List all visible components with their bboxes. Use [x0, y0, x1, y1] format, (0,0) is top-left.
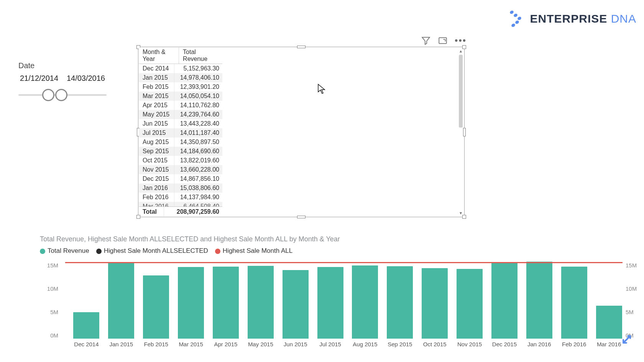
table-visual[interactable]: Month & Year Total Revenue Dec 20145,152… [138, 47, 465, 217]
bar[interactable] [108, 262, 134, 339]
cell-value: 14,867,856.10 [174, 174, 222, 183]
slicer-to[interactable]: 14/03/2016 [67, 74, 105, 83]
legend-item[interactable]: Total Revenue [40, 247, 89, 255]
chart-visual[interactable]: Total Revenue, Highest Sale Month ALLSEL… [40, 235, 630, 257]
bar[interactable] [596, 306, 622, 339]
bar[interactable] [387, 266, 413, 339]
cell-month: Jul 2015 [139, 128, 174, 138]
plot-area [65, 262, 623, 339]
dna-icon [508, 9, 525, 28]
bar[interactable] [422, 268, 448, 339]
cell-month: Dec 2014 [139, 64, 174, 73]
bar[interactable] [143, 275, 169, 339]
table-row[interactable]: Mar 20166,464,508.40 [139, 202, 222, 206]
scroll-up-icon[interactable]: ▴ [460, 49, 462, 53]
table-row[interactable]: Dec 201514,867,856.10 [139, 174, 222, 183]
cell-value: 5,152,963.30 [174, 64, 222, 73]
legend-dot-icon [40, 249, 45, 254]
resize-handle[interactable] [462, 215, 466, 219]
table-row[interactable]: Apr 201514,110,762.80 [139, 101, 222, 110]
cell-month: Jan 2016 [139, 183, 174, 193]
cell-month: May 2015 [139, 110, 174, 119]
svg-point-2 [517, 16, 522, 21]
more-options-icon[interactable]: ••• [455, 35, 467, 46]
cell-value: 14,011,187.40 [174, 128, 222, 138]
y-tick: 5M [38, 309, 58, 315]
scroll-down-icon[interactable]: ▾ [460, 211, 462, 215]
table-total-value: 208,907,259.60 [164, 207, 222, 217]
cell-value: 14,137,984.90 [174, 193, 222, 202]
legend-dot-icon [215, 249, 220, 254]
legend-dot-icon [96, 249, 102, 254]
x-tick: Jan 2016 [523, 341, 556, 347]
slicer-from[interactable]: 21/12/2014 [20, 74, 58, 83]
y-tick: 15M [38, 262, 58, 269]
x-tick: May 2015 [244, 341, 277, 347]
x-tick: Aug 2015 [348, 341, 381, 347]
x-tick: Apr 2015 [209, 341, 242, 347]
x-tick: Dec 2015 [488, 341, 521, 347]
table-row[interactable]: Aug 201514,350,897.50 [139, 138, 222, 147]
cell-value: 13,822,019.60 [174, 156, 222, 165]
table-row[interactable]: Jun 201513,443,228.40 [139, 119, 222, 128]
col-header-month[interactable]: Month & Year [139, 48, 179, 64]
cell-month: Aug 2015 [139, 138, 174, 147]
mouse-cursor-icon [317, 84, 326, 94]
y-tick: 5M [626, 309, 644, 315]
table-row[interactable]: Mar 201514,050,054.10 [139, 92, 222, 101]
x-tick: Nov 2015 [453, 341, 486, 347]
bar[interactable] [248, 266, 274, 339]
table-total-label: Total [139, 207, 164, 217]
col-header-revenue[interactable]: Total Revenue [179, 48, 222, 64]
table-row[interactable]: Jul 201514,011,187.40 [139, 128, 222, 138]
resize-handle[interactable] [463, 128, 466, 136]
cell-value: 14,350,897.50 [174, 138, 222, 147]
bar[interactable] [73, 312, 99, 339]
cell-month: Mar 2015 [139, 92, 174, 101]
bar[interactable] [317, 267, 343, 339]
table-row[interactable]: Nov 201513,660,228.00 [139, 165, 222, 174]
x-tick: Mar 2015 [174, 341, 207, 347]
cell-value: 13,660,228.00 [174, 165, 222, 174]
bar[interactable] [491, 263, 518, 339]
date-slicer[interactable]: Date 21/12/2014 14/03/2016 [18, 61, 107, 103]
cell-value: 14,239,764.60 [174, 110, 222, 119]
table-row[interactable]: Sep 201514,184,690.60 [139, 147, 222, 156]
chart-title: Total Revenue, Highest Sale Month ALLSEL… [40, 235, 630, 243]
slicer-label: Date [18, 61, 107, 70]
cell-value: 15,038,806.60 [174, 183, 222, 193]
y-axis-right: 15M10M5M0M [626, 262, 644, 339]
legend-item[interactable]: Highest Sale Month ALL [215, 247, 292, 255]
slicer-handle-start[interactable] [42, 89, 54, 101]
table-row[interactable]: Oct 201513,822,019.60 [139, 156, 222, 165]
slicer-handle-end[interactable] [55, 89, 67, 101]
x-axis: Dec 2014Jan 2015Feb 2015Mar 2015Apr 2015… [65, 341, 623, 349]
bar[interactable] [526, 262, 552, 339]
bar[interactable] [457, 269, 483, 339]
subscribe-icon[interactable] [621, 331, 636, 347]
table-row[interactable]: Jan 201615,038,806.60 [139, 183, 222, 193]
table-row[interactable]: Dec 20145,152,963.30 [139, 64, 222, 73]
bar[interactable] [561, 267, 587, 339]
scroll-thumb[interactable] [459, 55, 463, 128]
focus-mode-icon[interactable] [438, 36, 448, 46]
brand-text: ENTERPRISE DNA [530, 12, 636, 25]
cell-month: Sep 2015 [139, 147, 174, 156]
table-row[interactable]: Jan 201514,978,406.10 [139, 73, 222, 82]
table-row[interactable]: Feb 201512,393,901.20 [139, 82, 222, 92]
cell-value: 14,110,762.80 [174, 101, 222, 110]
cell-month: Jun 2015 [139, 119, 174, 128]
slicer-track[interactable] [18, 87, 107, 103]
bar[interactable] [352, 265, 378, 339]
table-scrollbar[interactable]: ▴ ▾ [458, 49, 463, 215]
data-table: Month & Year Total Revenue [139, 48, 222, 64]
bar[interactable] [283, 270, 309, 339]
legend-item[interactable]: Highest Sale Month ALLSELECTED [96, 247, 208, 255]
table-row[interactable]: May 201514,239,764.60 [139, 110, 222, 119]
filter-icon[interactable] [421, 36, 431, 46]
bar[interactable] [213, 267, 239, 339]
x-tick: Jun 2015 [279, 341, 312, 347]
bar[interactable] [178, 267, 204, 339]
cell-month: Apr 2015 [139, 101, 174, 110]
table-row[interactable]: Feb 201614,137,984.90 [139, 193, 222, 202]
